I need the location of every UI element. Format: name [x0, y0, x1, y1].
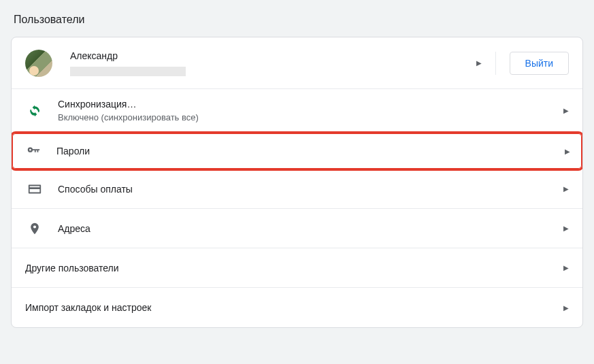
chevron-right-icon: ▶ — [563, 185, 569, 193]
chevron-right-icon: ▶ — [563, 264, 569, 271]
page-title: Пользователи — [14, 14, 583, 26]
import-title: Импорт закладок и настроек — [25, 302, 151, 313]
other-users-row[interactable]: Другие пользователи ▶ — [12, 248, 582, 288]
sync-text: Синхронизация… Включено (синхронизироват… — [58, 99, 555, 122]
import-row[interactable]: Импорт закладок и настроек ▶ — [12, 288, 582, 327]
sync-icon — [25, 104, 44, 118]
credit-card-icon — [25, 182, 44, 197]
sync-subtitle: Включено (синхронизировать все) — [58, 112, 555, 122]
passwords-row[interactable]: Пароли ▶ — [11, 131, 583, 171]
chevron-right-icon: ▶ — [563, 304, 569, 312]
user-text: Александр — [70, 50, 468, 76]
key-icon — [24, 144, 43, 159]
other-users-title: Другие пользователи — [25, 263, 119, 274]
current-user-row[interactable]: Александр ▶ Выйти — [12, 37, 582, 89]
signout-button[interactable]: Выйти — [510, 52, 569, 75]
addresses-row[interactable]: Адреса ▶ — [12, 209, 582, 248]
passwords-title: Пароли — [56, 146, 90, 156]
users-card: Александр ▶ Выйти Синхронизация… Включен… — [11, 37, 583, 328]
user-name: Александр — [70, 50, 468, 61]
user-email-redacted — [70, 67, 186, 76]
divider — [495, 52, 496, 75]
sync-title: Синхронизация… — [58, 99, 555, 110]
addresses-title: Адреса — [58, 223, 90, 234]
chevron-right-icon: ▶ — [563, 107, 569, 114]
avatar — [25, 50, 52, 77]
chevron-right-icon: ▶ — [563, 225, 569, 232]
payments-row[interactable]: Способы оплаты ▶ — [12, 169, 582, 209]
location-pin-icon — [25, 222, 44, 235]
chevron-right-icon: ▶ — [476, 59, 482, 67]
payments-title: Способы оплаты — [58, 184, 133, 195]
sync-row[interactable]: Синхронизация… Включено (синхронизироват… — [12, 89, 582, 133]
chevron-right-icon: ▶ — [565, 148, 570, 155]
